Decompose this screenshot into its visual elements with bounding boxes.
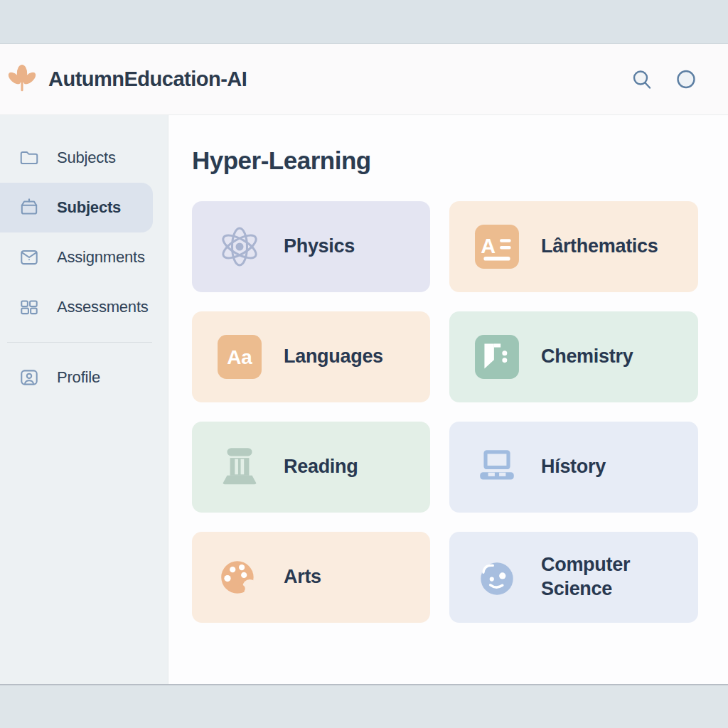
brand: AutumnEducation-AI: [6, 62, 247, 97]
subject-card-languages[interactable]: Aa Languages: [192, 311, 430, 402]
sidebar-item-label: Subjects: [57, 198, 121, 217]
subject-card-label: Chemistry: [541, 345, 633, 369]
avatar-circle-icon: [674, 68, 698, 92]
subject-card-mathematics[interactable]: A Lârthematics: [449, 201, 698, 292]
sidebar: Subjects Subjects: [0, 115, 168, 684]
sidebar-item-profile[interactable]: Profile: [0, 353, 168, 402]
sidebar-divider: [7, 342, 152, 343]
grid-layout-icon: [18, 296, 40, 318]
sidebar-item-label: Subjects: [57, 149, 116, 167]
subject-card-label: Hístory: [541, 455, 606, 479]
app-header: AutumnEducation-AI: [0, 44, 728, 115]
svg-text:A: A: [481, 235, 496, 257]
languages-aa-icon: Aa: [217, 334, 262, 380]
atom-icon: [217, 224, 262, 269]
sidebar-item-label: Profile: [57, 368, 100, 387]
subject-card-chemistry[interactable]: Chemistry: [449, 311, 698, 402]
search-icon: [630, 68, 654, 92]
sidebar-item-subjects[interactable]: Subjects: [0, 133, 168, 183]
sidebar-item-label: Assessments: [57, 298, 149, 316]
subject-card-label: Arts: [284, 565, 321, 589]
sidebar-item-subjects-active[interactable]: Subjects: [0, 183, 153, 232]
maple-leaf-icon: [6, 62, 38, 97]
subject-card-label: Languages: [284, 345, 383, 369]
pillar-icon: [217, 444, 262, 490]
page-title: Hyper-Learning: [192, 146, 728, 175]
avatar-button[interactable]: [674, 68, 698, 92]
archive-box-icon: [18, 197, 40, 218]
main-content: Hyper-Learning Physics: [168, 115, 728, 684]
folder-icon: [18, 147, 40, 168]
search-button[interactable]: [630, 68, 654, 92]
envelope-icon: [18, 247, 40, 268]
palette-icon: [217, 555, 262, 600]
svg-text:Aa: Aa: [227, 346, 252, 368]
laptop-icon: [474, 444, 520, 490]
smiley-icon: [474, 555, 520, 600]
sidebar-item-label: Assignments: [57, 248, 145, 267]
subject-card-physics[interactable]: Physics: [192, 201, 430, 292]
subject-card-label: Physics: [284, 235, 355, 259]
top-strip: [0, 0, 728, 44]
subject-card-arts[interactable]: Arts: [192, 532, 430, 623]
subject-card-label: Lârthematics: [541, 235, 658, 259]
header-actions: [630, 68, 698, 92]
page: AutumnEducation-AI: [0, 0, 728, 728]
subject-card-label: Computer Science: [541, 553, 676, 601]
app-title: AutumnEducation-AI: [48, 68, 247, 91]
subject-card-label: Reading: [284, 455, 358, 479]
subject-card-history[interactable]: Hístory: [449, 422, 698, 513]
subject-cards-grid: Physics A Lârthematics: [192, 201, 728, 623]
textbook-icon: A: [474, 224, 520, 269]
sidebar-item-assessments[interactable]: Assessments: [0, 282, 168, 332]
body-row: Subjects Subjects: [0, 115, 728, 684]
bottom-strip: [0, 684, 728, 728]
user-card-icon: [18, 367, 40, 388]
subject-card-reading[interactable]: Reading: [192, 422, 430, 513]
sidebar-item-assignments[interactable]: Assignments: [0, 232, 168, 282]
open-book-icon: [474, 334, 520, 380]
subject-card-computer-science[interactable]: Computer Science: [449, 532, 698, 623]
